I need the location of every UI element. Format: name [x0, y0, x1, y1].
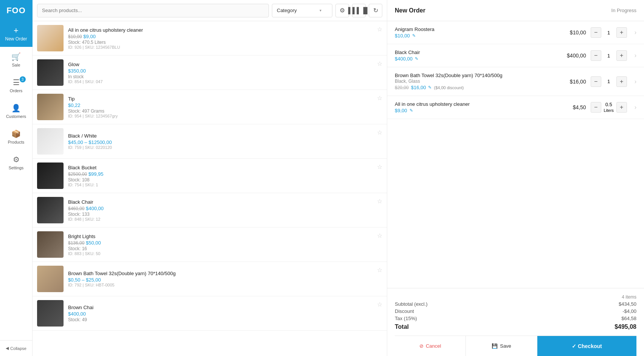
cancel-button[interactable]: ⊘ Cancel	[395, 336, 466, 356]
toolbar: Category ▾ ⚙ ▌▌▌▐▌ ↻	[33, 0, 387, 21]
sidebar-item-orders[interactable]: ☰ Orders 3	[0, 73, 33, 98]
order-item-chevron-icon[interactable]: ›	[635, 78, 636, 85]
star-icon[interactable]: ☆	[377, 266, 382, 274]
product-stock: Stock: 133	[68, 212, 382, 217]
list-item[interactable]: Brown Chai $400,00 Stock: 49 ☆	[33, 296, 387, 331]
barcode-button[interactable]: ▌▌▌▐▌	[352, 4, 366, 17]
search-input[interactable]	[37, 4, 269, 17]
edit-price-icon[interactable]: ✎	[428, 85, 431, 90]
qty-decrease-button[interactable]: −	[591, 76, 601, 87]
price-current: $50,00	[86, 240, 101, 246]
filter-button[interactable]: ⚙	[335, 4, 349, 17]
order-item-name: All in one citrus upholstery cleaner	[395, 101, 555, 107]
save-button[interactable]: 💾 Save	[466, 336, 537, 356]
qty-increase-button[interactable]: +	[616, 50, 627, 61]
qty-decrease-button[interactable]: −	[591, 102, 601, 113]
star-icon[interactable]: ☆	[377, 301, 382, 308]
product-name: Black Bucket	[68, 165, 382, 170]
list-item[interactable]: Tip $0,22 Stock: 497 Grams ID: 954 | SKU…	[33, 90, 387, 124]
star-icon[interactable]: ☆	[377, 26, 382, 33]
qty-decrease-button[interactable]: −	[591, 27, 601, 38]
subtotal-value: $434,50	[619, 301, 636, 307]
product-stock: Stock: 497 Grams	[68, 108, 382, 114]
order-item: All in one citrus upholstery cleaner $9,…	[387, 96, 644, 119]
price-current: $99,95	[88, 171, 104, 177]
total-value: $495,08	[615, 323, 636, 330]
product-stock: In stock	[68, 74, 382, 79]
order-item-info: Brown Bath Towel 32s(Double yarn) 70*140…	[395, 73, 555, 90]
edit-price-icon[interactable]: ✎	[415, 56, 418, 61]
product-name: Brown Chai	[68, 305, 382, 310]
qty-increase-button[interactable]: +	[616, 76, 627, 87]
order-header: New Order In Progress	[387, 0, 644, 21]
order-item-name: Black Chair	[395, 50, 555, 55]
product-info: Black Bucket $2500,00 $99,95 Stock: 108 …	[68, 165, 382, 187]
product-stock: Stock: 470.5 Liters	[68, 40, 382, 45]
product-id-sku: ID: 854 | SKU: 047	[68, 79, 382, 84]
order-item-amount: $400,00	[560, 53, 586, 59]
new-order-label: New Order	[5, 36, 27, 42]
list-item[interactable]: Black / White $45,00 – $12500,00 ID: 759…	[33, 124, 387, 159]
qty-increase-button[interactable]: +	[616, 27, 627, 38]
price-original: $136,00	[68, 240, 84, 246]
product-info: Black Chair $460,00 $400,00 Stock: 133 I…	[68, 199, 382, 221]
product-id-sku: ID: 926 | SKU: 1234567BLU	[68, 45, 382, 50]
edit-price-icon[interactable]: ✎	[412, 33, 416, 38]
tax-value: $64,58	[621, 316, 636, 321]
edit-price-icon[interactable]: ✎	[410, 108, 413, 113]
list-item[interactable]: Black Bucket $2500,00 $99,95 Stock: 108 …	[33, 159, 387, 193]
order-item-name: Anigram Roostera	[395, 26, 555, 32]
plus-icon: +	[14, 26, 19, 35]
items-count-row: 4 items	[395, 294, 636, 300]
list-item[interactable]: Black Chair $460,00 $400,00 Stock: 133 I…	[33, 193, 387, 228]
star-icon[interactable]: ☆	[377, 94, 382, 102]
subtotal-row: Subtotal (excl.) $434,50	[395, 301, 636, 307]
product-pricing: $2500,00 $99,95	[68, 171, 382, 177]
order-item-info: All in one citrus upholstery cleaner $9,…	[395, 101, 555, 113]
star-icon[interactable]: ☆	[377, 60, 382, 67]
sidebar-item-settings[interactable]: ⚙ Settings	[0, 150, 33, 175]
order-item-price-row: $9,00 ✎	[395, 108, 555, 113]
product-thumbnail	[37, 128, 64, 155]
order-item-chevron-icon[interactable]: ›	[635, 29, 636, 36]
orders-badge: 3	[20, 76, 26, 82]
product-id-sku: ID: 848 | SKU: 12	[68, 217, 382, 221]
star-icon[interactable]: ☆	[377, 198, 382, 205]
product-info: Tip $0,22 Stock: 497 Grams ID: 954 | SKU…	[68, 96, 382, 118]
qty-increase-button[interactable]: +	[616, 102, 627, 113]
list-item[interactable]: Bright Lights $136,00 $50,00 Stock: 16 I…	[33, 228, 387, 262]
order-item: Anigram Roostera $10,00 ✎ $10,00 − 1 + ›	[387, 21, 644, 44]
qty-decrease-button[interactable]: −	[591, 50, 601, 61]
list-item[interactable]: Glow $350,00 In stock ID: 854 | SKU: 047…	[33, 56, 387, 90]
product-thumbnail	[37, 266, 64, 292]
order-item-chevron-icon[interactable]: ›	[635, 52, 636, 59]
star-icon[interactable]: ☆	[377, 232, 382, 239]
app-logo: FOO	[0, 0, 33, 21]
list-item[interactable]: All in one citrus upholstery cleaner $10…	[33, 21, 387, 56]
new-order-button[interactable]: + New Order	[0, 21, 33, 47]
collapse-button[interactable]: ◀ Collapse	[0, 340, 33, 356]
order-item-chevron-icon[interactable]: ›	[635, 104, 636, 111]
tax-label: Tax (15%)	[395, 316, 417, 321]
products-icon: 📦	[11, 129, 21, 138]
category-label: Category	[277, 8, 297, 13]
product-id-sku: ID: 792 | SKU: HBT-0005	[68, 283, 382, 287]
star-icon[interactable]: ☆	[377, 163, 382, 170]
order-item-price: $9,00	[395, 108, 407, 113]
product-thumbnail	[37, 59, 64, 86]
checkout-button[interactable]: ✓ Checkout	[537, 336, 636, 356]
order-item-price-row: $10,00 ✎	[395, 33, 555, 39]
sidebar-item-customers[interactable]: 👤 Customers	[0, 98, 33, 124]
price-current: $9,00	[83, 34, 96, 39]
logo-text: FOO	[6, 6, 26, 15]
star-icon[interactable]: ☆	[377, 129, 382, 136]
list-item[interactable]: Brown Bath Towel 32s(Double yarn) 70*140…	[33, 262, 387, 296]
qty-value: 1	[601, 53, 616, 59]
refresh-button[interactable]: ↻	[369, 4, 382, 17]
category-dropdown[interactable]: Category ▾	[272, 4, 332, 17]
product-name: Black / White	[68, 133, 382, 139]
sidebar-item-sale[interactable]: 🛒 Sale	[0, 47, 33, 73]
product-name: Tip	[68, 96, 382, 102]
product-info: All in one citrus upholstery cleaner $10…	[68, 27, 382, 50]
sidebar-item-products[interactable]: 📦 Products	[0, 124, 33, 150]
